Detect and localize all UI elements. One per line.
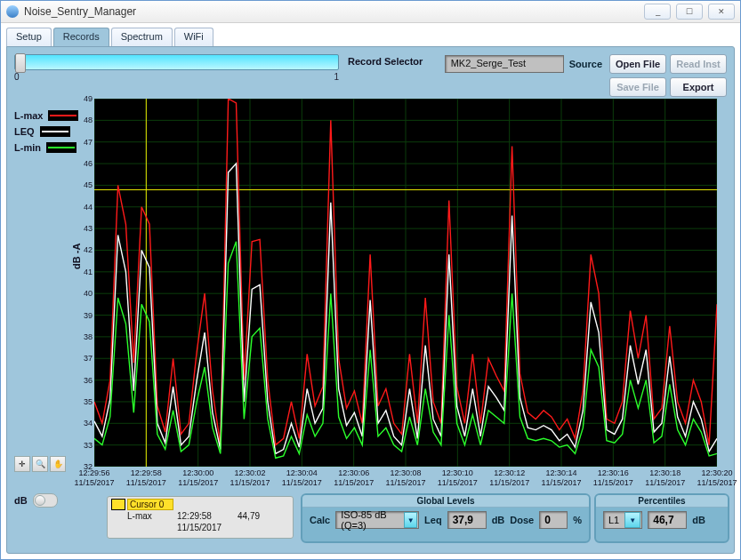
dose-unit: %: [573, 515, 582, 525]
cursor-color-chip: [111, 499, 125, 510]
percentiles-box: Percentiles L1 ▼ 46,7 dB: [594, 493, 729, 543]
slider-min: 0: [14, 72, 20, 82]
global-levels-title: Global Levels: [302, 495, 589, 508]
chevron-down-icon: ▼: [404, 512, 417, 528]
percentile-unit: dB: [692, 515, 705, 525]
read-inst-button[interactable]: Read Inst: [670, 54, 727, 74]
slider-max: 1: [334, 72, 339, 82]
window-title: Noise_Sentry_Manager: [24, 5, 136, 18]
close-button[interactable]: ✕: [708, 4, 735, 20]
tab-bar: Setup Records Spectrum WiFi: [6, 28, 735, 47]
legend-lmin-swatch: [46, 142, 77, 153]
maximize-button[interactable]: ☐: [676, 4, 703, 20]
record-selector-label: Record Selector: [348, 56, 423, 67]
crosshair-tool-icon[interactable]: ✛: [14, 456, 30, 472]
tab-records[interactable]: Records: [53, 28, 109, 47]
tab-setup[interactable]: Setup: [6, 28, 52, 47]
legend-lmax-swatch: [48, 110, 78, 121]
source-label: Source: [569, 59, 602, 69]
tab-spectrum[interactable]: Spectrum: [111, 28, 173, 47]
db-toggle[interactable]: [33, 493, 58, 508]
legend-leq-swatch: [40, 126, 70, 137]
open-file-button[interactable]: Open File: [609, 54, 666, 74]
leq-label: Leq: [424, 515, 442, 525]
db-toggle-label: dB: [14, 495, 28, 506]
export-button[interactable]: Export: [670, 77, 727, 97]
percentile-selector: L1: [604, 515, 624, 525]
legend-lmax-label: L-max: [14, 110, 43, 121]
calc-label: Calc: [310, 515, 330, 525]
global-levels-box: Global Levels Calc ISO-85 dB (Q=3) ▼ Leq…: [301, 493, 591, 543]
minimize-button[interactable]: ⎯: [644, 4, 671, 20]
record-selector-slider[interactable]: [14, 54, 339, 70]
chevron-down-icon: ▼: [624, 512, 640, 528]
plot-toolstrip: ✛ 🔍 ✋: [14, 456, 66, 472]
legend-leq-label: LEQ: [14, 126, 35, 137]
slider-thumb[interactable]: [15, 53, 26, 73]
cursor-time: 12:29:58: [177, 511, 238, 521]
zoom-tool-icon[interactable]: 🔍: [32, 456, 48, 472]
source-field[interactable]: MK2_Serge_Test: [445, 55, 564, 73]
legend-lmin-label: L-min: [14, 142, 41, 153]
save-file-button[interactable]: Save File: [609, 77, 666, 97]
tab-wifi[interactable]: WiFi: [174, 28, 213, 47]
app-icon: [6, 5, 19, 18]
percentile-combo[interactable]: L1 ▼: [603, 511, 642, 529]
dose-value: 0: [539, 511, 568, 529]
cursor-value: 44,79: [238, 511, 273, 521]
titlebar[interactable]: Noise_Sentry_Manager ⎯ ☐ ✕: [1, 1, 740, 23]
dose-label: Dose: [510, 515, 534, 525]
pan-tool-icon[interactable]: ✋: [50, 456, 66, 472]
cursor-date: 11/15/2017: [177, 523, 238, 532]
cursor-series: L-max: [127, 511, 177, 521]
leq-value: 37,9: [447, 511, 487, 529]
calc-combo[interactable]: ISO-85 dB (Q=3) ▼: [335, 511, 419, 529]
app-window: Noise_Sentry_Manager ⎯ ☐ ✕ Setup Records…: [0, 0, 741, 560]
chart-plot[interactable]: [94, 99, 717, 467]
y-axis-ticks: 323334353637383940414243444546474849: [77, 99, 93, 467]
cursor-name: Cursor 0: [127, 499, 173, 510]
percentile-value: 46,7: [648, 511, 687, 529]
legend: L-max LEQ L-min: [14, 108, 78, 156]
cursor-info-box[interactable]: Cursor 0 L-max 12:29:58 44,79 11/15/2017: [107, 496, 294, 539]
percentiles-title: Percentiles: [596, 495, 728, 508]
leq-unit: dB: [492, 515, 505, 525]
x-axis-ticks: 12:29:5611/15/201712:29:5811/15/201712:3…: [94, 468, 717, 493]
records-panel: 0 1 Record Selector MK2_Serge_Test Sourc…: [6, 46, 735, 554]
calc-value: ISO-85 dB (Q=3): [336, 509, 403, 531]
